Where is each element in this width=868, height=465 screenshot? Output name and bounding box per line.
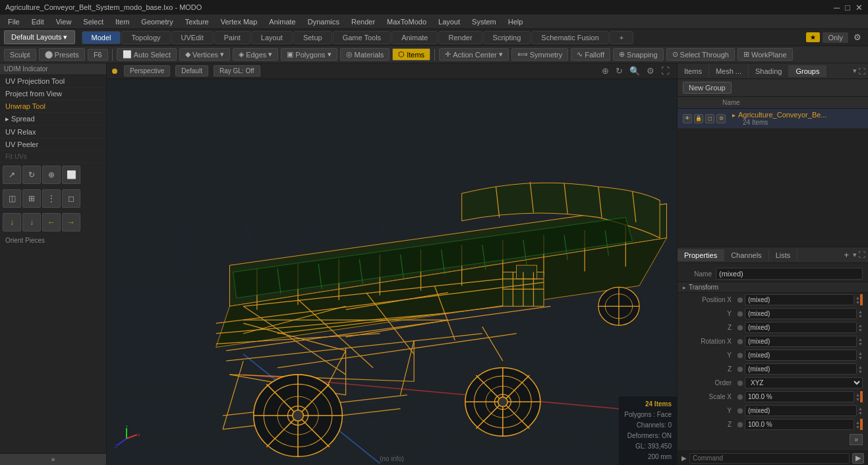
uv-relax[interactable]: UV Relax: [0, 126, 106, 139]
tab-mesh[interactable]: Mesh ...: [709, 65, 749, 77]
unwrap-tool[interactable]: Unwrap Tool: [0, 100, 106, 113]
position-z-input[interactable]: [745, 322, 857, 333]
project-from-view[interactable]: Project from View: [0, 88, 106, 100]
tab-channels[interactable]: Channels: [724, 249, 768, 261]
polygons-btn[interactable]: ▣ Polygons ▾: [281, 48, 337, 61]
tool-icon-3[interactable]: ⊕: [42, 166, 61, 184]
uv-projection-tool[interactable]: UV Projection Tool: [0, 75, 106, 88]
items-btn[interactable]: ⬡ Items: [392, 48, 430, 61]
tool-icon-1[interactable]: ↗: [3, 166, 21, 184]
rotation-z-input[interactable]: [745, 363, 857, 375]
viewport-settings-icon[interactable]: ⚙: [645, 65, 656, 77]
viewport-search-icon[interactable]: 🔍: [627, 65, 642, 77]
props-dropdown-icon[interactable]: ▾: [853, 251, 857, 259]
tool-icon-12[interactable]: →: [62, 213, 80, 232]
minimize-btn[interactable]: ─: [834, 3, 840, 13]
tab-items[interactable]: Items: [678, 65, 709, 77]
scale-x-input[interactable]: [745, 391, 854, 402]
tab-model[interactable]: Model: [82, 31, 121, 44]
command-input[interactable]: [689, 453, 850, 464]
position-y-input[interactable]: [745, 308, 857, 319]
scale-z-input[interactable]: [745, 419, 854, 430]
default-layouts-btn[interactable]: Default Layouts ▾: [4, 30, 75, 44]
tool-icon-11[interactable]: ←: [42, 213, 61, 232]
tab-paint[interactable]: Paint: [214, 31, 250, 44]
tab-uvedit[interactable]: UVEdit: [171, 31, 214, 44]
menu-edit[interactable]: Edit: [26, 16, 49, 27]
tab-topology[interactable]: Topology: [121, 31, 170, 44]
edges-btn[interactable]: ◈ Edges ▾: [233, 48, 278, 61]
tab-layout[interactable]: Layout: [251, 31, 293, 44]
menu-render[interactable]: Render: [346, 16, 380, 27]
group-lock-icon[interactable]: 🔒: [694, 114, 703, 123]
viewport-raygl-btn[interactable]: Ray GL: Off: [214, 65, 260, 77]
settings-icon[interactable]: ⚙: [851, 32, 864, 42]
select-through-btn[interactable]: ⊙ Select Through: [666, 48, 735, 61]
viewport-shading-btn[interactable]: Default: [175, 65, 208, 77]
tool-icon-10[interactable]: ↓: [22, 213, 41, 232]
menu-view[interactable]: View: [51, 16, 77, 27]
group-visibility-icon[interactable]: 👁: [683, 114, 692, 123]
viewport-perspective-btn[interactable]: Perspective: [124, 65, 170, 77]
menu-animate[interactable]: Animate: [264, 16, 301, 27]
tab-shading[interactable]: Shading: [749, 65, 789, 77]
tab-scripting[interactable]: Scripting: [483, 31, 531, 44]
tab-game-tools[interactable]: Game Tools: [333, 31, 391, 44]
menu-item[interactable]: Item: [110, 16, 134, 27]
rotation-y-input[interactable]: [745, 350, 857, 361]
tool-icon-6[interactable]: ⊞: [22, 189, 41, 208]
snapping-btn[interactable]: ⊕ Snapping: [613, 48, 664, 61]
menu-geometry[interactable]: Geometry: [136, 16, 178, 27]
tab-render[interactable]: Render: [438, 31, 482, 44]
menu-texture[interactable]: Texture: [180, 16, 214, 27]
tab-properties[interactable]: Properties: [678, 249, 724, 261]
new-group-btn[interactable]: New Group: [683, 82, 732, 94]
workplane-btn[interactable]: ⊞ WorkPlane: [738, 48, 793, 61]
close-btn[interactable]: ✕: [855, 3, 863, 13]
tab-schematic[interactable]: Schematic Fusion: [531, 31, 608, 44]
sculpt-btn[interactable]: Sculpt: [4, 49, 36, 61]
materials-btn[interactable]: ◎ Materials: [340, 48, 390, 61]
panel-expand-icon[interactable]: ⛶: [858, 67, 865, 75]
props-expand-icon[interactable]: ⛶: [858, 251, 865, 259]
props-add-btn[interactable]: +: [840, 249, 853, 261]
rotation-x-input[interactable]: [745, 336, 857, 347]
scale-y-input[interactable]: [745, 405, 857, 416]
tab-lists[interactable]: Lists: [769, 249, 798, 261]
maximize-btn[interactable]: □: [845, 3, 850, 13]
panel-dropdown-icon[interactable]: ▾: [853, 67, 857, 75]
tool-icon-9[interactable]: ↓: [3, 213, 21, 232]
fit-uvs[interactable]: Fit UVs: [0, 151, 106, 163]
f6-btn[interactable]: F6: [88, 49, 108, 61]
tab-setup[interactable]: Setup: [293, 31, 332, 44]
menu-select[interactable]: Select: [78, 16, 109, 27]
group-type-icon[interactable]: ◻: [705, 114, 714, 123]
expand-panel-btn[interactable]: »: [0, 453, 106, 465]
cmd-run-btn[interactable]: ▶: [852, 453, 864, 464]
tool-icon-4[interactable]: ⬜: [62, 166, 80, 184]
spread-item[interactable]: ▸ Spread: [0, 113, 106, 126]
action-center-btn[interactable]: ✛ Action Center ▾: [439, 48, 509, 61]
window-controls[interactable]: ─ □ ✕: [834, 3, 863, 13]
props-scroll-down-btn[interactable]: »: [850, 434, 863, 445]
viewport-rotate-icon[interactable]: ↻: [614, 65, 625, 77]
symmetry-btn[interactable]: ⟺ Symmetry: [511, 48, 569, 61]
viewport[interactable]: Perspective Default Ray GL: Off ⊕ ↻ 🔍 ⚙ …: [107, 63, 677, 465]
group-item-agriculture[interactable]: 👁 🔒 ◻ ⚙ ▸ Agriculture_Conveyor_Be... 24 …: [678, 109, 868, 129]
menu-file[interactable]: File: [3, 16, 25, 27]
udim-indicator-header[interactable]: UDIM Indicator: [0, 63, 106, 75]
auto-select-btn[interactable]: ⬜ Auto Select: [117, 48, 177, 61]
uv-peeler[interactable]: UV Peeler: [0, 139, 106, 151]
presets-btn[interactable]: ⬤ Presets: [39, 48, 85, 61]
tool-icon-2[interactable]: ↻: [22, 166, 41, 184]
star-btn[interactable]: ★: [806, 32, 820, 42]
falloff-btn[interactable]: ∿ Falloff: [571, 48, 610, 61]
position-x-input[interactable]: [745, 294, 854, 305]
transform-section[interactable]: ▸ Transform: [678, 282, 868, 293]
viewport-maximize-icon[interactable]: ⛶: [659, 65, 672, 77]
menu-maxtomodo[interactable]: MaxToModo: [382, 16, 432, 27]
menu-help[interactable]: Help: [503, 16, 529, 27]
menu-layout[interactable]: Layout: [433, 16, 465, 27]
vertices-btn[interactable]: ◆ Vertices ▾: [179, 48, 230, 61]
menu-dynamics[interactable]: Dynamics: [303, 16, 345, 27]
